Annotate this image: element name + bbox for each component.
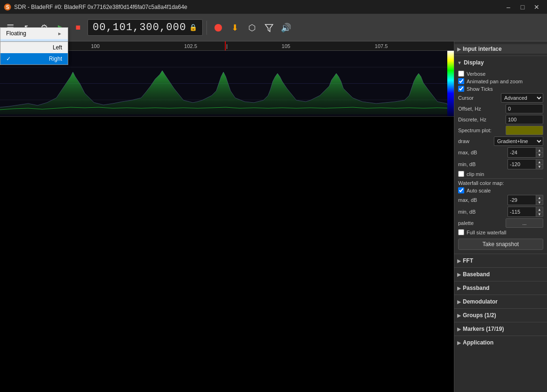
offset-hz-input[interactable]: 0 xyxy=(506,104,543,113)
divider-5 xyxy=(454,295,547,295)
toolbar: ☰ ↖ ⚙ ▶ ■ 00,101,300,000 🔒 ⬇ ⬡ 🔊 xyxy=(0,14,547,41)
waterfall-min-db-spinbtns: ▲ ▼ xyxy=(536,207,543,217)
offset-hz-label: Offset, Hz xyxy=(458,106,481,112)
spectrum-min-db-input[interactable] xyxy=(507,159,536,169)
display-section: ▼ Display Verbose Animated pan and zoom xyxy=(454,57,547,253)
markers-arrow: ▶ xyxy=(457,327,461,332)
auto-scale-checkbox[interactable] xyxy=(458,187,464,193)
fft-arrow: ▶ xyxy=(457,258,461,264)
groups-arrow: ▶ xyxy=(457,313,461,318)
draw-select[interactable]: Gradient+line Line Filled xyxy=(494,136,543,146)
waterfall-min-db-down[interactable]: ▼ xyxy=(536,212,543,217)
input-interface-arrow: ▶ xyxy=(457,47,461,52)
volume-button[interactable]: 🔊 xyxy=(278,20,293,35)
show-ticks-label: Show Ticks xyxy=(467,86,493,92)
fft-header[interactable]: ▶ FFT xyxy=(454,256,547,265)
verbose-checkbox[interactable] xyxy=(458,71,464,77)
take-snapshot-button[interactable]: Take snapshot xyxy=(458,239,543,250)
toolbar-separator-1 xyxy=(206,21,207,35)
animated-pan-zoom-checkbox[interactable] xyxy=(458,78,464,84)
baseband-header[interactable]: ▶ Baseband xyxy=(454,270,547,279)
waterfall-max-db-input[interactable] xyxy=(507,195,536,205)
lock-icon: 🔒 xyxy=(189,24,198,32)
animated-pan-zoom-row: Animated pan and zoom xyxy=(458,78,543,84)
palette-row: palette ... xyxy=(458,218,543,228)
spectrum-min-db-row: min, dB ▲ ▼ xyxy=(458,159,543,169)
freq-label-1025: 102.5 xyxy=(184,43,198,49)
submenu-item-left[interactable]: Left xyxy=(0,42,68,53)
passband-header[interactable]: ▶ Passband xyxy=(454,283,547,293)
right-label: Right xyxy=(49,56,62,62)
center-frequency-marker xyxy=(225,41,226,50)
demodulator-label: Demodulator xyxy=(463,298,498,305)
fft-label: FFT xyxy=(463,257,473,264)
cursor-select[interactable]: Advanced Normal None xyxy=(501,93,543,103)
groups-label: Groups (1/2) xyxy=(463,312,496,319)
palette-label: palette xyxy=(458,220,474,226)
spectrum-max-db-label: max, dB xyxy=(458,150,477,155)
filter-button[interactable] xyxy=(262,20,277,35)
application-header[interactable]: ▶ Application xyxy=(454,338,547,347)
divider-8 xyxy=(454,336,547,336)
waterfall-max-db-up[interactable]: ▲ xyxy=(536,195,543,200)
application-section: ▶ Application xyxy=(454,337,547,348)
verbose-label: Verbose xyxy=(467,71,485,77)
show-ticks-checkbox[interactable] xyxy=(458,86,464,92)
discrete-hz-label: Discrete, Hz xyxy=(458,117,486,122)
waterfall-min-db-input[interactable] xyxy=(507,207,536,217)
stop-button[interactable]: ■ xyxy=(71,20,86,35)
fixed-submenu: Left ✓ Right xyxy=(0,41,68,65)
close-button[interactable]: ✕ xyxy=(530,2,543,12)
baseband-label: Baseband xyxy=(463,271,490,278)
maximize-button[interactable]: □ xyxy=(516,2,529,12)
markers-header[interactable]: ▶ Markers (17/19) xyxy=(454,324,547,334)
spectrum-min-db-down[interactable]: ▼ xyxy=(536,164,543,169)
palette-button[interactable]: ... xyxy=(506,218,543,228)
offset-hz-row: Offset, Hz 0 xyxy=(458,104,543,113)
input-interface-label: Input interface xyxy=(463,46,502,52)
color-scale-bar xyxy=(447,51,454,116)
loop-button[interactable]: ⬡ xyxy=(245,20,260,35)
passband-section: ▶ Passband xyxy=(454,282,547,294)
waterfall-max-db-row: max, dB ▲ ▼ xyxy=(458,195,543,205)
display-header[interactable]: ▼ Display xyxy=(454,58,547,67)
application-label: Application xyxy=(463,339,493,346)
spectrum-plot-color[interactable] xyxy=(506,126,543,135)
show-ticks-row: Show Ticks xyxy=(458,86,543,92)
display-body: Verbose Animated pan and zoom Show Ticks… xyxy=(454,67,547,252)
minimize-button[interactable]: – xyxy=(502,2,515,12)
volume-icon: 🔊 xyxy=(281,23,291,33)
demodulator-header[interactable]: ▶ Demodulator xyxy=(454,297,547,306)
menu-item-floating[interactable]: Floating ► xyxy=(0,28,68,39)
spectrum-max-db-row: max, dB ▲ ▼ xyxy=(458,147,543,158)
groups-header[interactable]: ▶ Groups (1/2) xyxy=(454,311,547,320)
spectrum-max-db-spin: ▲ ▼ xyxy=(507,147,543,158)
input-interface-header[interactable]: ▶ Input interface xyxy=(454,44,547,54)
waterfall-min-db-up[interactable]: ▲ xyxy=(536,207,543,212)
full-size-waterfall-row: Full size waterfall xyxy=(458,229,543,235)
spectrum-max-db-input[interactable] xyxy=(507,147,536,158)
submenu-item-right[interactable]: ✓ Right xyxy=(0,53,68,64)
main-content: 100 102.5 | 105 107.5 -80 xyxy=(0,41,547,392)
download-button[interactable]: ⬇ xyxy=(228,20,243,35)
spectrum-min-db-up[interactable]: ▲ xyxy=(536,159,543,164)
spectrum-plot-label: Spectrum plot: xyxy=(458,128,492,133)
freq-display[interactable]: 00,101,300,000 🔒 xyxy=(87,19,203,36)
clip-min-label: clip min xyxy=(467,171,484,177)
divider-6 xyxy=(454,308,547,309)
spectrum-max-db-up[interactable]: ▲ xyxy=(536,147,543,152)
right-panel: ▶ Input interface ▼ Display Verbose A xyxy=(454,41,547,392)
clip-min-row: clip min xyxy=(458,171,543,177)
svg-point-2 xyxy=(214,24,222,32)
spectrum-min-db-spinbtns: ▲ ▼ xyxy=(536,159,543,169)
discrete-hz-input[interactable]: 100 xyxy=(506,115,543,124)
waterfall-max-db-label: max, dB xyxy=(458,197,477,203)
svg-text:S: S xyxy=(6,5,9,10)
passband-arrow: ▶ xyxy=(457,286,461,291)
record-button[interactable] xyxy=(211,20,226,35)
clip-min-checkbox[interactable] xyxy=(458,171,464,177)
left-label: Left xyxy=(53,44,62,51)
full-size-waterfall-checkbox[interactable] xyxy=(458,229,464,235)
spectrum-max-db-down[interactable]: ▼ xyxy=(536,152,543,158)
waterfall-max-db-down[interactable]: ▼ xyxy=(536,200,543,205)
